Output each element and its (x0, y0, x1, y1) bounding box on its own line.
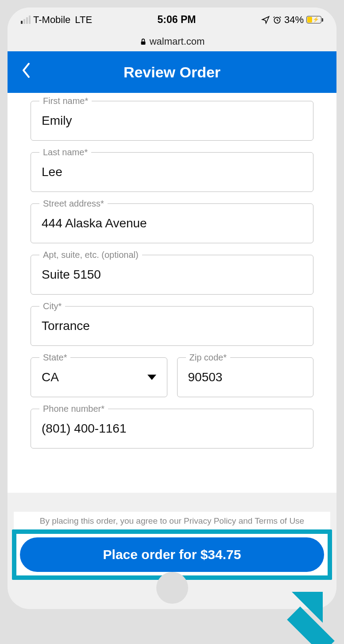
home-button[interactable] (156, 572, 188, 604)
last-name-field-wrap: Last name* (31, 152, 313, 192)
status-left: T-Mobile LTE (21, 14, 92, 26)
browser-url-bar[interactable]: walmart.com (8, 32, 336, 51)
zip-input[interactable] (177, 357, 314, 397)
chevron-down-icon (147, 375, 156, 380)
phone-input[interactable] (31, 409, 313, 448)
state-value: CA (42, 370, 59, 384)
page-title: Review Order (8, 64, 336, 81)
signal-bars-icon (21, 15, 31, 24)
svg-rect-1 (141, 41, 145, 44)
checkout-footer: By placing this order, you agree to our … (14, 512, 330, 580)
first-name-label: First name* (39, 96, 92, 106)
location-icon (261, 15, 270, 24)
battery-percent: 34% (284, 14, 304, 26)
zip-label: Zip code* (186, 353, 231, 363)
alarm-icon (273, 15, 282, 24)
apt-label: Apt, suite, etc. (optional) (39, 250, 142, 260)
street-label: Street address* (39, 199, 108, 209)
last-name-label: Last name* (39, 147, 91, 157)
street-input[interactable] (31, 203, 313, 243)
place-order-button[interactable]: Place order for $34.75 (20, 537, 324, 572)
status-right: 34% ⚡ (261, 14, 323, 26)
state-label: State* (39, 353, 70, 363)
apt-field-wrap: Apt, suite, etc. (optional) (31, 255, 313, 295)
city-input[interactable] (31, 306, 313, 346)
carrier-label: T-Mobile (33, 14, 70, 26)
first-name-field-wrap: First name* (31, 101, 313, 141)
phone-label: Phone number* (39, 404, 108, 414)
legal-text: By placing this order, you agree to our … (14, 514, 330, 529)
city-label: City* (39, 301, 65, 311)
battery-icon: ⚡ (306, 16, 323, 23)
clock-time: 5:06 PM (158, 14, 196, 26)
phone-field-wrap: Phone number* (31, 409, 313, 448)
street-field-wrap: Street address* (31, 203, 313, 243)
url-text: walmart.com (150, 36, 205, 47)
app-header: Review Order (8, 51, 336, 93)
zip-field-wrap: Zip code* (177, 357, 314, 397)
last-name-input[interactable] (31, 152, 313, 192)
network-label: LTE (75, 14, 92, 26)
back-button[interactable] (21, 62, 31, 83)
lock-icon (139, 38, 147, 46)
chevron-left-icon (21, 62, 31, 79)
state-select[interactable]: CA (31, 357, 167, 397)
state-field-wrap: State* CA (31, 357, 167, 397)
status-bar: T-Mobile LTE 5:06 PM 34% ⚡ (8, 8, 336, 32)
apt-input[interactable] (31, 255, 313, 295)
form-content: First name* Last name* Street address* A… (8, 93, 336, 493)
svg-rect-3 (287, 606, 334, 644)
first-name-input[interactable] (31, 101, 313, 141)
city-field-wrap: City* (31, 306, 313, 346)
device-frame: T-Mobile LTE 5:06 PM 34% ⚡ walmart.com R… (8, 8, 336, 609)
